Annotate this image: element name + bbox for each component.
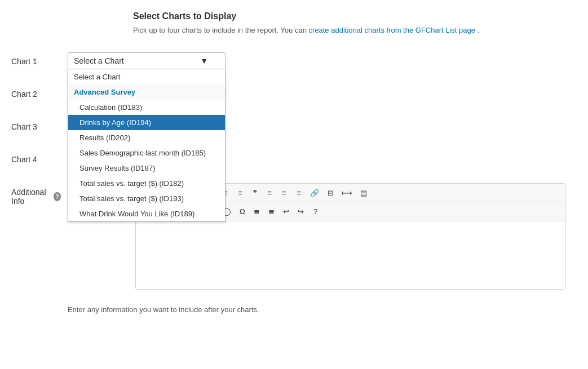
form-rows: Chart 1 Select a Chart ▼ Select a Chart …	[0, 43, 588, 290]
outdent-button[interactable]: ≣	[265, 206, 278, 217]
section-link[interactable]: create additional charts from the GFChar…	[308, 26, 475, 34]
dropdown-item-6[interactable]: Total sales vs. target ($) (ID193)	[68, 191, 225, 206]
horizontal-rule-button[interactable]: ⊟	[324, 187, 337, 199]
ordered-list-button[interactable]: ≡	[233, 187, 247, 199]
dropdown-item-0[interactable]: Calculation (ID183)	[68, 100, 225, 115]
special-char-button[interactable]: Ω	[236, 206, 249, 217]
align-center-button[interactable]: ≡	[277, 187, 291, 199]
dropdown-placeholder-option[interactable]: Select a Chart	[68, 69, 225, 85]
fullscreen-button[interactable]: ⟼	[338, 187, 356, 199]
dropdown-item-4[interactable]: Survey Results (ID187)	[68, 161, 225, 176]
help-icon[interactable]: ?	[54, 192, 61, 201]
help-editor-button[interactable]: ?	[309, 206, 322, 217]
chart4-label: Chart 4	[0, 150, 68, 167]
chart1-dropdown-menu: Select a Chart Advanced Survey Calculati…	[68, 69, 226, 222]
chart1-selected-text: Select a Chart	[74, 56, 124, 65]
section-desc-text: Pick up to four charts to include in the…	[133, 26, 308, 34]
section-title: Select Charts to Display	[133, 11, 577, 21]
editor-body[interactable]	[136, 221, 565, 289]
dropdown-group-header: Advanced Survey	[68, 85, 225, 100]
dropdown-item-5[interactable]: Total sales vs. target ($) (ID182)	[68, 176, 225, 191]
chart3-label: Chart 3	[0, 118, 68, 135]
link-button[interactable]: 🔗	[307, 187, 322, 199]
editor-footer-text: Enter any information you want to includ…	[0, 301, 588, 314]
section-description: Pick up to four charts to include in the…	[133, 26, 577, 34]
align-right-button[interactable]: ≡	[292, 187, 306, 199]
header-section: Select Charts to Display Pick up to four…	[0, 11, 588, 43]
chart2-label: Chart 2	[0, 85, 68, 102]
additional-info-text: Additional Info	[11, 188, 51, 206]
blockquote-button[interactable]: ❞	[248, 187, 262, 199]
dropdown-item-3[interactable]: Sales Demographic last month (ID185)	[68, 145, 225, 161]
section-desc-end: .	[478, 26, 480, 34]
page-container: Select Charts to Display Pick up to four…	[0, 0, 588, 369]
redo-button[interactable]: ↪	[294, 206, 308, 217]
additional-info-label-wrap: Additional Info ?	[11, 188, 61, 206]
chart1-dropdown-wrap: Select a Chart ▼ Select a Chart Advanced…	[68, 52, 577, 69]
align-left-button[interactable]: ≡	[263, 187, 276, 199]
dropdown-item-7[interactable]: What Drink Would You Like (ID189)	[68, 206, 225, 221]
table-button[interactable]: ▤	[357, 187, 370, 199]
indent-button[interactable]: ≣	[250, 206, 264, 217]
chart1-dropdown-trigger[interactable]: Select a Chart ▼	[68, 52, 226, 69]
chart1-row: Chart 1 Select a Chart ▼ Select a Chart …	[0, 52, 577, 74]
dropdown-item-1[interactable]: Drinks by Age (ID194)	[68, 115, 225, 130]
additional-info-label-cell: Additional Info ?	[0, 183, 68, 209]
chevron-down-icon: ▼	[200, 56, 208, 65]
dropdown-item-2[interactable]: Results (ID202)	[68, 130, 225, 145]
undo-button[interactable]: ↩	[280, 206, 293, 217]
chart1-label: Chart 1	[0, 52, 68, 69]
